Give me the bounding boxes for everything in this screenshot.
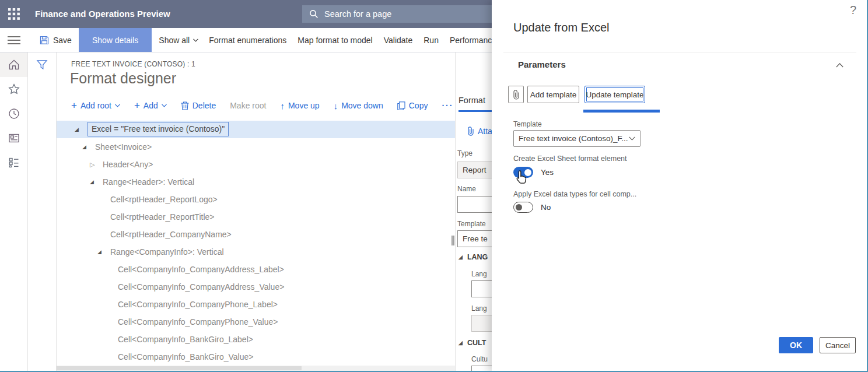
- trash-icon: [181, 101, 189, 110]
- collapse-icon: ◢: [459, 340, 463, 346]
- tree-row[interactable]: Cell<rptHeader_ReportLogo>: [57, 191, 455, 208]
- arrow-down-icon: ↓: [334, 101, 338, 111]
- tab-active-indicator: [459, 110, 494, 112]
- plus-icon: +: [71, 101, 77, 110]
- tree-row[interactable]: ◢Sheet<Invoice>: [57, 138, 455, 156]
- template-label: Template: [513, 120, 542, 128]
- left-nav-sidebar: [0, 52, 28, 372]
- chevron-down-icon: [162, 104, 167, 107]
- validate-button[interactable]: Validate: [384, 36, 413, 45]
- tree-row[interactable]: ◢Range<CompanyInfo>: Vertical: [57, 243, 455, 261]
- tree-row[interactable]: Cell<CompanyInfo_BankGiro_Value>: [57, 348, 455, 366]
- cancel-button[interactable]: Cancel: [820, 337, 856, 353]
- tree-horizontal-scrollbar[interactable]: [57, 366, 455, 371]
- tree-row[interactable]: Cell<CompanyInfo_CompanyAddress_Label>: [57, 261, 455, 278]
- tree-node-label: Cell<rptHeader_ReportTitle>: [110, 208, 214, 226]
- chevron-down-icon: [629, 136, 635, 141]
- selected-option-indicator: [583, 110, 660, 113]
- sidebar-item-recent[interactable]: [0, 101, 27, 126]
- apply-types-toggle[interactable]: [513, 202, 533, 213]
- culture-section-header[interactable]: ◢ CULT: [459, 339, 486, 347]
- tree-node-label: Cell<rptHeader_CompanyName>: [110, 226, 232, 243]
- show-details-button[interactable]: Show details: [79, 28, 152, 52]
- filter-icon[interactable]: [36, 59, 48, 71]
- delete-button[interactable]: Delete: [181, 101, 216, 110]
- app-window: Finance and Operations Preview Search fo…: [0, 0, 868, 372]
- dialog-title: Update from Excel: [513, 21, 610, 34]
- tree-row[interactable]: Cell<CompanyInfo_CompanyAddress_Value>: [57, 278, 455, 296]
- tree-node-label: Cell<CompanyInfo_CompanyAddress_Value>: [118, 278, 284, 296]
- tree-node-label: Cell<CompanyInfo_CompanyPhone_Value>: [118, 313, 278, 331]
- sidebar-item-workspaces[interactable]: [0, 126, 27, 150]
- tree-row[interactable]: ◢Excel = "Free text invoice (Contoso)": [57, 121, 455, 138]
- search-icon: [309, 9, 318, 19]
- attachments-link[interactable]: Atta: [467, 127, 492, 136]
- sidebar-item-modules[interactable]: [0, 150, 27, 175]
- template-dropdown[interactable]: Free text invoice (Contoso)_F...: [513, 130, 640, 147]
- module-list-icon: [8, 157, 20, 169]
- tree-node-label: Cell<CompanyInfo_CompanyPhone_Label>: [118, 296, 278, 313]
- make-root-button[interactable]: Make root: [230, 101, 266, 110]
- expand-icon[interactable]: ▷: [90, 156, 94, 173]
- language-label-2: Lang: [471, 304, 487, 313]
- tree-row[interactable]: Cell<rptHeader_ReportTitle>: [57, 208, 455, 226]
- add-button[interactable]: + Add: [134, 101, 167, 110]
- chevron-down-icon: [193, 38, 198, 42]
- help-icon[interactable]: ?: [850, 3, 856, 17]
- tree-row[interactable]: ◢Range<Header>: Vertical: [57, 173, 455, 191]
- tree-node-edit-box[interactable]: Excel = "Free text invoice (Contoso)": [88, 122, 229, 136]
- search-placeholder: Search for a page: [324, 9, 391, 19]
- run-button[interactable]: Run: [424, 36, 439, 45]
- copy-button[interactable]: Copy: [397, 101, 428, 110]
- arrow-up-icon: ↑: [280, 101, 285, 111]
- tree-node-label: Cell<rptHeader_ReportLogo>: [110, 191, 218, 208]
- collapse-icon[interactable]: ◢: [75, 121, 79, 138]
- tree-toolbar: + Add root + Add Delete Make root ↑ Move…: [71, 98, 467, 113]
- scrollbar-thumb[interactable]: [57, 366, 302, 370]
- save-button[interactable]: Save: [40, 36, 72, 45]
- move-down-button[interactable]: ↓ Move down: [334, 101, 383, 111]
- chevron-up-icon[interactable]: [836, 63, 844, 68]
- paperclip-icon: [467, 127, 474, 136]
- performance-button[interactable]: Performance: [450, 36, 496, 45]
- collapse-icon[interactable]: ◢: [90, 173, 94, 191]
- move-up-button[interactable]: ↑ Move up: [280, 101, 319, 111]
- apply-types-label: Apply Excel data types for cell comp...: [513, 190, 636, 198]
- create-sheet-toggle[interactable]: [513, 167, 533, 178]
- tab-format[interactable]: Format: [459, 96, 485, 105]
- tree-node-label: Cell<CompanyInfo_CompanyAddress_Label>: [118, 261, 284, 278]
- tree-row[interactable]: ▷Header<Any>: [57, 156, 455, 173]
- page-caption: FREE TEXT INVOICE (CONTOSO) : 1: [71, 60, 195, 68]
- panel-splitter-handle[interactable]: [452, 236, 454, 245]
- tree-row[interactable]: Cell<CompanyInfo_CompanyPhone_Label>: [57, 296, 455, 313]
- attach-file-button[interactable]: [508, 86, 524, 103]
- sidebar-item-favorites[interactable]: [0, 77, 27, 101]
- more-options-button[interactable]: ···: [442, 101, 453, 110]
- add-root-button[interactable]: + Add root: [71, 101, 120, 110]
- create-sheet-label: Create Excel Sheet format element: [513, 155, 627, 163]
- search-input[interactable]: Search for a page: [302, 5, 492, 23]
- paperclip-icon: [513, 90, 520, 100]
- tree-row[interactable]: Cell<rptHeader_CompanyName>: [57, 226, 455, 243]
- filter-pane-strip: [28, 52, 57, 372]
- language-section-header[interactable]: ◢ LANG: [459, 253, 488, 261]
- tree-row[interactable]: Cell<CompanyInfo_CompanyPhone_Value>: [57, 313, 455, 331]
- plus-icon: +: [134, 101, 140, 110]
- star-icon: [8, 83, 20, 95]
- map-format-to-model-button[interactable]: Map format to model: [298, 36, 372, 45]
- app-launcher-waffle-icon[interactable]: [8, 8, 20, 20]
- sidebar-item-home[interactable]: [0, 52, 27, 77]
- chevron-down-icon: [115, 104, 120, 107]
- format-enumerations-button[interactable]: Format enumerations: [209, 36, 286, 45]
- ok-button[interactable]: OK: [779, 337, 813, 353]
- tree-row[interactable]: Cell<CompanyInfo_BankGiro_Label>: [57, 331, 455, 348]
- tree-node-label: Cell<CompanyInfo_BankGiro_Label>: [118, 331, 253, 348]
- add-template-button[interactable]: Add template: [527, 86, 579, 103]
- show-all-dropdown[interactable]: Show all: [159, 36, 198, 45]
- update-template-button[interactable]: Update template: [584, 86, 645, 103]
- apply-types-value: No: [541, 203, 551, 212]
- hamburger-menu-icon[interactable]: [8, 36, 20, 45]
- collapse-icon[interactable]: ◢: [97, 243, 102, 261]
- template-label: Template: [457, 220, 486, 228]
- collapse-icon[interactable]: ◢: [82, 138, 86, 156]
